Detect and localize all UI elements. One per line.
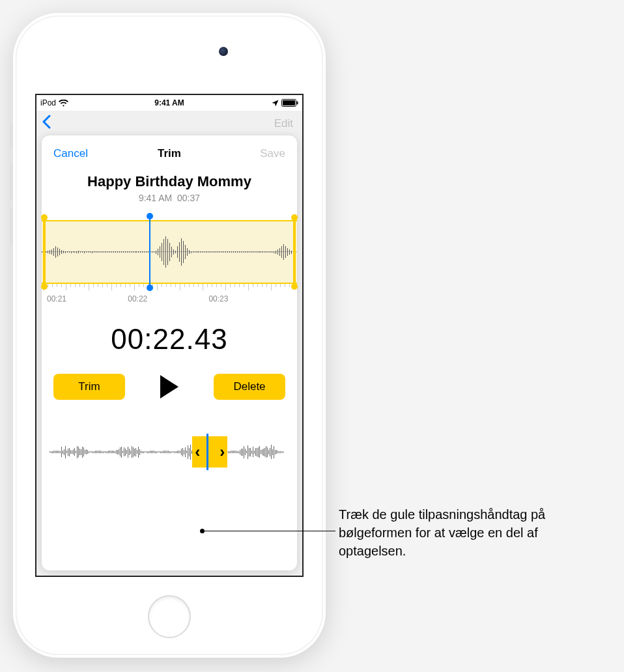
screen: iPod 9:41 AM Edit Cancel Trim Save [35, 94, 304, 577]
ipod-device-frame: iPod 9:41 AM Edit Cancel Trim Save [13, 13, 326, 658]
trim-button[interactable]: Trim [53, 374, 125, 400]
carrier-label: iPod [40, 98, 56, 107]
home-button[interactable] [148, 595, 191, 638]
tick-3 [290, 294, 292, 303]
overview-playhead[interactable] [206, 434, 208, 470]
svg-rect-2 [297, 102, 298, 105]
callout-text: Træk de gule tilpasningshåndtag på bølge… [339, 505, 606, 560]
recording-time: 9:41 AM [139, 193, 172, 203]
overview-selection[interactable] [192, 436, 227, 468]
battery-icon [281, 99, 298, 107]
background-screen: Edit Cancel Trim Save Happy Birthday Mom… [36, 111, 302, 576]
wifi-icon [59, 100, 68, 107]
trim-sheet: Cancel Trim Save Happy Birthday Mommy 9:… [42, 135, 297, 570]
waveform-bars [42, 233, 297, 271]
volume-up-button [10, 163, 13, 199]
delete-button[interactable]: Delete [214, 374, 285, 400]
overview-handle-left[interactable] [192, 436, 203, 468]
tick-0: 00:21 [47, 294, 66, 303]
recording-name: Happy Birthday Mommy [42, 173, 297, 190]
sheet-header: Cancel Trim Save [42, 145, 297, 163]
sheet-title: Trim [158, 147, 181, 160]
waveform-zoom[interactable] [42, 220, 297, 284]
svg-rect-1 [283, 100, 295, 105]
mute-switch [10, 124, 13, 147]
bg-edit-label: Edit [274, 117, 293, 130]
time-ticks: 00:21 00:22 00:23 [42, 292, 297, 303]
trim-handle-right[interactable] [293, 217, 296, 287]
waveform-overview[interactable] [42, 434, 297, 470]
volume-down-button [10, 208, 13, 245]
controls-row: Trim Delete [42, 374, 297, 400]
play-button[interactable] [160, 375, 178, 399]
status-time: 9:41 AM [154, 98, 184, 107]
tick-1: 00:22 [128, 294, 147, 303]
tick-marks [42, 284, 297, 292]
back-chevron-icon[interactable] [42, 115, 51, 129]
callout-leader-line [202, 531, 335, 531]
overview-handle-right[interactable] [217, 436, 227, 468]
recording-meta: 9:41 AM 00:37 [42, 193, 297, 203]
tick-2: 00:23 [208, 294, 228, 303]
front-camera [219, 47, 228, 56]
device-body: iPod 9:41 AM Edit Cancel Trim Save [16, 16, 323, 655]
recording-duration: 00:37 [177, 193, 200, 203]
overview-bars [50, 443, 289, 461]
cancel-button[interactable]: Cancel [53, 147, 88, 160]
playhead[interactable] [149, 216, 150, 288]
status-bar: iPod 9:41 AM [36, 95, 302, 111]
playhead-time: 00:22.43 [42, 323, 297, 356]
trim-handle-left[interactable] [43, 217, 46, 287]
location-icon [272, 100, 279, 107]
save-button[interactable]: Save [260, 147, 285, 160]
